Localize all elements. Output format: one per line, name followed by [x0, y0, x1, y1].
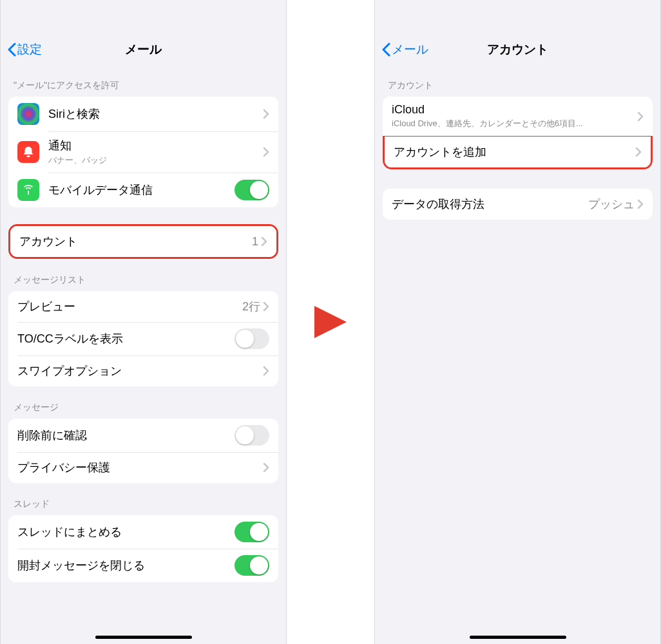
row-icloud-account[interactable]: iCloud iCloud Drive、連絡先、カレンダーとその他6項目...	[383, 97, 653, 136]
add-account-highlight: アカウントを追加	[383, 135, 653, 169]
row-label: モバイルデータ通信	[48, 182, 235, 198]
chevron-right-icon	[263, 109, 269, 119]
bell-icon	[17, 141, 39, 163]
accounts-screen: メール アカウント アカウント iCloud iCloud Drive、連絡先、…	[374, 0, 661, 644]
page-title: アカウント	[487, 41, 548, 58]
row-add-account[interactable]: アカウントを追加	[385, 137, 651, 167]
chevron-right-icon	[263, 366, 269, 376]
fetch-group: データの取得方法 プッシュ	[383, 189, 653, 220]
navbar: メール アカウント	[375, 0, 660, 64]
back-label: 設定	[17, 41, 42, 58]
accounts-count: 1	[252, 235, 258, 249]
msglist-group: プレビュー 2行 TO/CCラベルを表示 スワイプオプション	[8, 291, 278, 386]
mail-settings-screen: 設定 メール "メール"にアクセスを許可 Siriと検索 通知 バナー、バッジ …	[0, 0, 287, 644]
back-label: メール	[392, 41, 428, 58]
organize-thread-toggle[interactable]	[235, 522, 269, 542]
row-label: アカウント	[19, 234, 252, 249]
row-privacy[interactable]: プライバシー保護	[8, 452, 278, 483]
chevron-left-icon	[7, 43, 16, 57]
section-header-msg: メッセージ	[1, 386, 286, 419]
row-label: プレビュー	[17, 299, 242, 314]
back-button[interactable]: 設定	[7, 41, 42, 58]
row-label: データの取得方法	[392, 196, 588, 212]
row-label: 削除前に確認	[17, 428, 235, 443]
home-indicator[interactable]	[95, 636, 192, 639]
chevron-right-icon	[637, 199, 644, 209]
home-indicator[interactable]	[470, 636, 566, 639]
chevron-right-icon	[637, 111, 644, 122]
antenna-icon	[17, 179, 39, 201]
row-label: Siriと検索	[48, 106, 263, 122]
row-label: プライバシー保護	[17, 460, 263, 475]
section-header-thread: スレッド	[1, 483, 286, 515]
row-label: スレッドにまとめる	[17, 524, 235, 540]
chevron-left-icon	[381, 43, 390, 57]
row-label: 開封メッセージを閉じる	[17, 558, 235, 573]
row-collapse-read[interactable]: 開封メッセージを閉じる	[8, 549, 278, 582]
flow-arrow-icon	[311, 303, 350, 341]
cellular-toggle[interactable]	[235, 180, 269, 200]
row-swipe-options[interactable]: スワイプオプション	[8, 355, 278, 386]
row-organize-thread[interactable]: スレッドにまとめる	[8, 515, 278, 549]
msg-group: 削除前に確認 プライバシー保護	[8, 419, 278, 483]
chevron-right-icon	[261, 236, 267, 247]
row-fetch-data[interactable]: データの取得方法 プッシュ	[383, 189, 653, 220]
row-sublabel: iCloud Drive、連絡先、カレンダーとその他6項目...	[392, 118, 637, 129]
chevron-right-icon	[263, 147, 269, 157]
access-group: Siriと検索 通知 バナー、バッジ モバイルデータ通信	[8, 97, 278, 207]
row-ask-before-delete[interactable]: 削除前に確認	[8, 419, 278, 452]
row-preview[interactable]: プレビュー 2行	[8, 291, 278, 322]
row-label: アカウントを追加	[394, 144, 635, 160]
collapse-read-toggle[interactable]	[235, 555, 269, 576]
section-header-msglist: メッセージリスト	[1, 259, 286, 291]
accounts-row-highlight: アカウント 1	[8, 224, 278, 259]
chevron-right-icon	[635, 147, 642, 157]
row-label: 通知 バナー、バッジ	[48, 138, 263, 166]
row-label: iCloud iCloud Drive、連絡先、カレンダーとその他6項目...	[392, 103, 637, 129]
row-label: スワイプオプション	[17, 363, 263, 379]
chevron-right-icon	[263, 301, 269, 312]
back-button[interactable]: メール	[381, 41, 428, 58]
accounts-group: iCloud iCloud Drive、連絡先、カレンダーとその他6項目...	[383, 97, 653, 136]
tocc-toggle[interactable]	[235, 328, 269, 349]
row-cellular-data[interactable]: モバイルデータ通信	[8, 173, 278, 207]
fetch-value: プッシュ	[588, 196, 635, 212]
siri-icon	[17, 103, 39, 125]
navbar: 設定 メール	[1, 0, 286, 64]
page-title: メール	[125, 41, 162, 58]
ask-delete-toggle[interactable]	[235, 425, 269, 446]
preview-value: 2行	[242, 299, 260, 314]
row-label: TO/CCラベルを表示	[17, 331, 235, 346]
row-notifications[interactable]: 通知 バナー、バッジ	[8, 131, 278, 173]
row-accounts[interactable]: アカウント 1	[10, 226, 276, 257]
row-tocc-label[interactable]: TO/CCラベルを表示	[8, 322, 278, 355]
row-siri-search[interactable]: Siriと検索	[8, 97, 278, 131]
section-header-accounts: アカウント	[375, 64, 660, 97]
thread-group: スレッドにまとめる 開封メッセージを閉じる	[8, 515, 278, 582]
row-sublabel: バナー、バッジ	[48, 155, 263, 166]
section-header-access: "メール"にアクセスを許可	[1, 64, 286, 97]
chevron-right-icon	[263, 462, 269, 473]
